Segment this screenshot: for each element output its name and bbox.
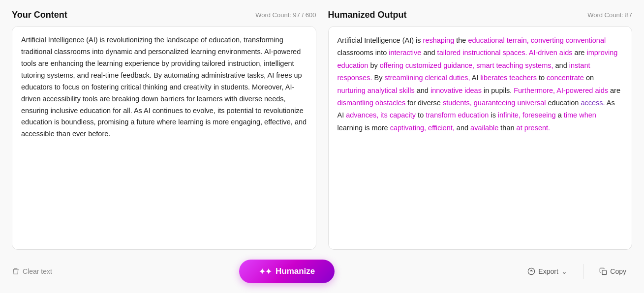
highlighted-word: interactive bbox=[389, 49, 421, 57]
right-text-area-box: Artificial Intelligence (AI) is reshapin… bbox=[328, 26, 633, 250]
clear-text-label: Clear text bbox=[23, 267, 52, 275]
humanized-output-text: Artificial Intelligence (AI) is reshapin… bbox=[337, 34, 623, 134]
highlighted-word: concentrate bbox=[547, 74, 584, 82]
export-label: Export bbox=[538, 267, 558, 275]
export-icon bbox=[527, 267, 535, 275]
highlighted-phrase: nurturing analytical skills bbox=[337, 87, 415, 94]
highlighted-phrase: at present. bbox=[517, 124, 551, 132]
footer-bar: Clear text ✦✦ Humanize Export ⌄ Copy bbox=[12, 258, 632, 283]
export-button[interactable]: Export ⌄ bbox=[521, 264, 573, 279]
highlighted-phrase: liberates teachers bbox=[480, 74, 536, 82]
footer-divider bbox=[583, 264, 584, 279]
highlighted-phrase: Furthermore, AI-powered aids bbox=[514, 87, 608, 94]
highlighted-phrase: offering customized guidance, smart teac… bbox=[380, 61, 553, 69]
humanize-button[interactable]: ✦✦ Humanize bbox=[239, 260, 335, 283]
footer-right: Export ⌄ Copy bbox=[521, 264, 632, 279]
sparkles-icon: ✦✦ bbox=[259, 267, 272, 276]
right-panel-title: Humanized Output bbox=[328, 10, 407, 20]
clear-text-button[interactable]: Clear text bbox=[12, 267, 52, 275]
left-panel-header: Your Content Word Count: 97 / 600 bbox=[12, 10, 316, 20]
left-text-area-box[interactable]: Artificial Intelligence (AI) is revoluti… bbox=[12, 26, 316, 250]
right-panel-header: Humanized Output Word Count: 87 bbox=[328, 10, 633, 20]
highlighted-phrase: transform education bbox=[426, 111, 489, 119]
highlighted-phrase: tailored instructional spaces. AI-driven… bbox=[437, 49, 573, 57]
highlighted-phrase: infinite, foreseeing bbox=[498, 111, 556, 119]
highlighted-word: reshaping bbox=[423, 36, 455, 44]
left-panel-title: Your Content bbox=[12, 10, 67, 20]
main-layout: Your Content Word Count: 97 / 600 Artifi… bbox=[12, 10, 632, 250]
highlighted-phrase: captivating, efficient, bbox=[390, 124, 455, 132]
copy-label: Copy bbox=[610, 267, 626, 275]
right-panel: Humanized Output Word Count: 87 Artifici… bbox=[328, 10, 633, 250]
highlighted-phrase: educational terrain, converting conventi… bbox=[468, 36, 606, 44]
highlighted-word: access. bbox=[581, 99, 605, 107]
svg-rect-1 bbox=[602, 270, 607, 275]
copy-button[interactable]: Copy bbox=[593, 264, 632, 279]
highlighted-phrase: innovative ideas bbox=[430, 87, 482, 94]
left-panel: Your Content Word Count: 97 / 600 Artifi… bbox=[12, 10, 316, 250]
highlighted-phrase: students, guaranteeing universal bbox=[443, 99, 546, 107]
clear-text-icon bbox=[12, 267, 20, 275]
highlighted-word: available bbox=[470, 124, 498, 132]
copy-icon bbox=[599, 267, 607, 275]
footer-center: ✦✦ Humanize bbox=[52, 260, 521, 283]
highlighted-phrase: dismantling obstacles bbox=[337, 99, 406, 107]
highlighted-phrase: time when bbox=[564, 111, 596, 119]
humanize-label: Humanize bbox=[276, 266, 315, 276]
right-word-count: Word Count: 87 bbox=[587, 11, 632, 19]
content-input[interactable]: Artificial Intelligence (AI) is revoluti… bbox=[21, 34, 307, 241]
left-word-count: Word Count: 97 / 600 bbox=[255, 11, 316, 19]
highlighted-phrase: advances, its capacity bbox=[346, 111, 416, 119]
chevron-down-icon: ⌄ bbox=[561, 267, 567, 275]
highlighted-phrase: streamlining clerical duties, bbox=[384, 74, 470, 82]
